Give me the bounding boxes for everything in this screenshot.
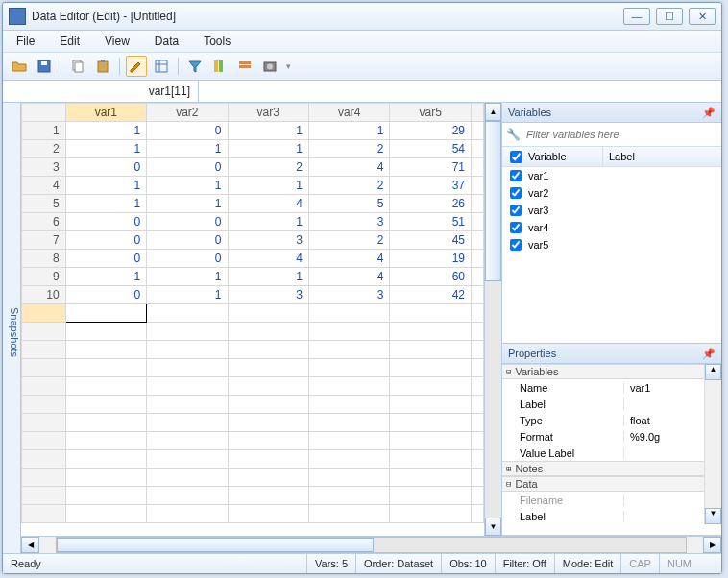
pin-icon[interactable]: 📌 [702,107,716,119]
data-cell[interactable]: 4 [228,195,308,213]
variable-checkbox[interactable] [510,187,522,199]
maximize-button[interactable]: ☐ [656,8,683,25]
prop-row-type[interactable]: Typefloat [502,412,704,428]
data-cell[interactable]: 54 [390,140,472,158]
data-cell[interactable]: 1 [65,177,146,195]
variable-row[interactable]: var3 [502,202,721,219]
pin-icon[interactable]: 📌 [702,348,716,360]
properties-panel-header[interactable]: Properties 📌 [502,344,721,364]
data-cell[interactable]: 2 [228,158,308,177]
data-cell[interactable]: 1 [65,140,146,158]
snapshot-icon[interactable] [259,56,280,77]
data-grid[interactable]: var1var2var3var4var5 1101129211125430024… [21,103,484,536]
data-cell[interactable]: 2 [309,140,390,158]
data-cell[interactable]: 0 [65,250,146,268]
data-cell[interactable]: 0 [65,231,146,250]
menu-tools[interactable]: Tools [200,33,234,50]
open-icon[interactable] [9,56,30,77]
variable-row[interactable]: var2 [502,184,721,202]
variable-row[interactable]: var4 [502,219,721,236]
data-cell[interactable]: 0 [147,122,228,140]
column-header[interactable]: var4 [309,104,390,122]
data-cell[interactable]: 3 [228,286,308,304]
data-cell[interactable]: 0 [65,158,146,177]
menu-data[interactable]: Data [151,33,182,50]
data-row[interactable]: 9111460 [22,268,484,286]
data-row[interactable]: 6001351 [22,213,484,231]
data-cell[interactable]: 4 [309,158,390,177]
data-cell[interactable]: 60 [390,268,472,286]
browse-mode-icon[interactable] [151,56,172,77]
data-cell[interactable]: 0 [65,213,146,231]
data-row[interactable]: 7003245 [22,231,484,250]
data-cell[interactable]: 1 [65,122,146,140]
data-cell[interactable]: 1 [147,195,228,213]
data-cell[interactable]: 0 [147,213,228,231]
prop-row-label[interactable]: Label [502,396,704,412]
active-cell[interactable] [65,304,146,323]
new-row[interactable] [22,304,484,323]
paste-icon[interactable] [92,56,113,77]
props-group-notes[interactable]: ⊞Notes [502,461,704,476]
variable-checkbox[interactable] [510,205,522,216]
data-cell[interactable]: 19 [390,250,472,268]
horizontal-scrollbar[interactable]: ◀ ▶ [21,536,721,553]
properties-icon[interactable] [234,56,255,77]
data-cell[interactable]: 1 [228,177,308,195]
menu-edit[interactable]: Edit [56,33,84,50]
prop-row-format[interactable]: Format%9.0g [502,428,704,445]
prop-row-name[interactable]: Namevar1 [502,379,704,396]
variables-header[interactable]: Variable Label [502,147,721,167]
props-group-data[interactable]: ⊟Data [502,476,704,492]
props-group-variables[interactable]: ⊟Variables [502,364,704,379]
wrench-icon[interactable]: 🔧 [506,128,521,141]
variables-filter-input[interactable] [524,128,717,141]
data-cell[interactable]: 42 [390,286,472,304]
minimize-button[interactable]: — [623,8,650,25]
data-cell[interactable]: 0 [147,250,228,268]
variable-checkbox[interactable] [510,222,522,233]
copy-icon[interactable] [67,56,88,77]
data-cell[interactable]: 1 [147,140,228,158]
column-header[interactable]: var1 [65,104,146,122]
cell-reference[interactable]: var1[11] [3,81,199,102]
vertical-scrollbar[interactable]: ▲ ▼ [484,103,501,536]
select-all-checkbox[interactable] [510,151,522,163]
data-cell[interactable]: 0 [147,231,228,250]
data-cell[interactable]: 4 [309,250,390,268]
variable-checkbox[interactable] [510,239,522,251]
variables-panel-header[interactable]: Variables 📌 [502,103,721,123]
data-row[interactable]: 5114526 [22,195,484,213]
column-header[interactable]: var3 [228,104,308,122]
data-row[interactable]: 3002471 [22,158,484,177]
data-cell[interactable]: 4 [228,250,308,268]
menu-file[interactable]: File [12,33,38,50]
titlebar[interactable]: Data Editor (Edit) - [Untitled] — ☐ ✕ [3,3,721,31]
prop-row-filename[interactable]: Filename [502,492,704,508]
menu-view[interactable]: View [101,33,133,50]
data-row[interactable]: 10013342 [22,286,484,304]
data-row[interactable]: 8004419 [22,250,484,268]
variable-row[interactable]: var1 [502,167,721,184]
data-cell[interactable]: 2 [309,231,390,250]
cell-value-input[interactable] [199,81,721,102]
data-cell[interactable]: 3 [228,231,308,250]
column-header[interactable]: var5 [390,104,472,122]
data-cell[interactable]: 1 [309,122,390,140]
data-cell[interactable]: 3 [309,213,390,231]
data-row[interactable]: 2111254 [22,140,484,158]
data-row[interactable]: 4111237 [22,177,484,195]
snapshots-tab[interactable]: Snapshots [3,103,21,553]
data-cell[interactable]: 1 [65,268,146,286]
data-cell[interactable]: 4 [309,268,390,286]
data-cell[interactable]: 0 [65,286,146,304]
data-cell[interactable]: 1 [228,122,308,140]
properties-scrollbar[interactable]: ▲ ▼ [704,364,721,524]
data-cell[interactable]: 0 [147,158,228,177]
edit-mode-icon[interactable] [126,56,147,77]
data-cell[interactable]: 71 [390,158,472,177]
data-cell[interactable]: 51 [390,213,472,231]
data-cell[interactable]: 1 [147,286,228,304]
prop-row-value-label[interactable]: Value Label [502,445,704,461]
data-cell[interactable]: 37 [390,177,472,195]
